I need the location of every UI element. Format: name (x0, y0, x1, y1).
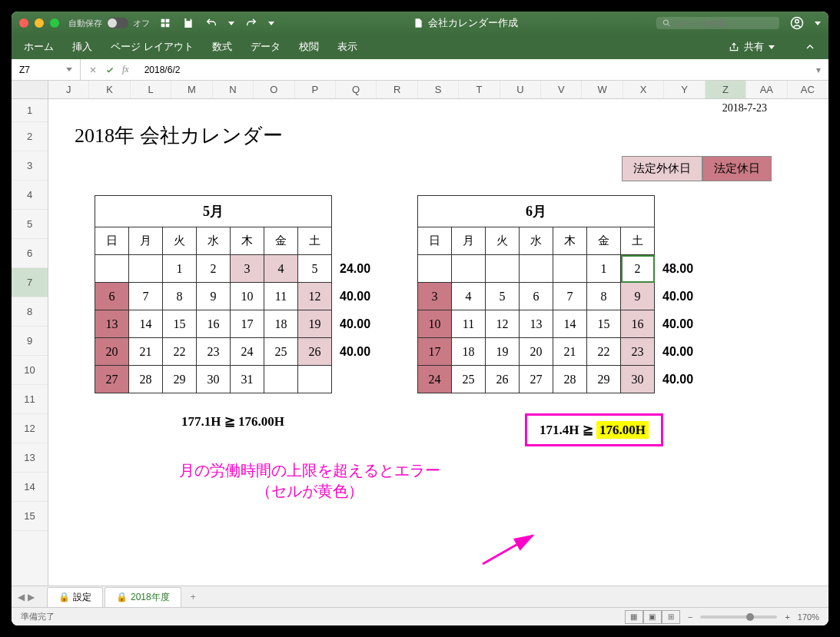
zoom-in-button[interactable]: + (785, 612, 789, 622)
row-header[interactable]: 15 (12, 502, 48, 531)
page-layout-view-icon[interactable]: ▣ (643, 610, 662, 624)
home-icon[interactable] (159, 17, 171, 29)
formula-input[interactable]: 2018/6/2 (137, 65, 808, 75)
tab-nav-prev[interactable]: ◀ (18, 592, 25, 602)
worksheet[interactable]: 2018-7-23 2018年 会社カレンダー 法定外休日 法定休日 5月日月火… (48, 99, 828, 586)
row-header[interactable]: 5 (12, 210, 48, 239)
ribbon-tab-review[interactable]: 校閲 (299, 40, 319, 54)
calendar-cell[interactable]: 19 (486, 338, 520, 366)
calendar-cell[interactable]: 10 (418, 310, 452, 338)
calendar-cell[interactable]: 29 (587, 366, 621, 393)
calendar-cell[interactable]: 3 (418, 283, 452, 310)
autosave-toggle[interactable]: 自動保存 オフ (68, 18, 150, 29)
calendar-cell[interactable]: 3 (231, 255, 264, 283)
calendar-cell[interactable]: 2 (621, 255, 655, 283)
search-box[interactable] (656, 17, 779, 29)
column-header[interactable]: Y (664, 81, 705, 98)
chevron-down-icon[interactable] (228, 22, 234, 25)
sheet-tab[interactable]: 🔒2018年度 (105, 587, 181, 607)
row-header[interactable]: 14 (12, 473, 48, 502)
confirm-icon[interactable] (105, 65, 115, 75)
row-header[interactable]: 2 (12, 122, 48, 151)
calendar-cell[interactable]: 27 (95, 366, 129, 393)
redo-icon[interactable] (245, 17, 257, 29)
column-header[interactable]: J (48, 81, 89, 98)
calendar-cell[interactable]: 19 (298, 310, 332, 338)
calendar-cell[interactable]: 16 (621, 310, 655, 338)
calendar-cell[interactable]: 4 (452, 283, 486, 310)
collapse-ribbon-icon[interactable] (804, 41, 816, 53)
calendar-cell[interactable]: 12 (486, 310, 520, 338)
row-header[interactable]: 10 (12, 356, 48, 385)
name-box[interactable]: Z7 (12, 59, 81, 80)
calendar-cell[interactable] (486, 255, 520, 283)
calendar-cell[interactable] (95, 255, 129, 283)
calendar-cell[interactable]: 23 (197, 338, 231, 366)
calendar-cell[interactable]: 26 (298, 338, 332, 366)
row-header[interactable]: 13 (12, 443, 48, 473)
column-header[interactable]: L (131, 81, 171, 98)
calendar-cell[interactable]: 2 (197, 255, 231, 283)
calendar-cell[interactable]: 28 (129, 366, 163, 393)
share-button[interactable]: 共有 (729, 40, 775, 54)
column-header[interactable]: W (582, 81, 623, 98)
calendar-cell[interactable]: 1 (587, 255, 621, 283)
normal-view-icon[interactable]: ▦ (625, 610, 643, 624)
calendar-cell[interactable]: 9 (621, 283, 655, 310)
calendar-cell[interactable]: 10 (231, 283, 264, 310)
calendar-cell[interactable]: 25 (452, 366, 486, 393)
calendar-cell[interactable]: 27 (520, 366, 553, 393)
ribbon-tab-view[interactable]: 表示 (337, 40, 357, 54)
calendar-cell[interactable]: 7 (553, 283, 587, 310)
ribbon-tab-layout[interactable]: ページ レイアウト (111, 40, 194, 54)
column-header[interactable]: AA (746, 81, 787, 98)
calendar-cell[interactable] (298, 366, 332, 393)
calendar-cell[interactable]: 18 (264, 310, 298, 338)
calendar-cell[interactable]: 1 (163, 255, 197, 283)
calendar-cell[interactable] (129, 255, 163, 283)
row-header[interactable]: 11 (12, 385, 48, 414)
row-header[interactable]: 9 (12, 327, 48, 356)
calendar-cell[interactable]: 18 (452, 338, 486, 366)
row-header[interactable]: 6 (12, 239, 48, 268)
column-header[interactable]: Z (706, 81, 746, 98)
calendar-cell[interactable]: 4 (264, 255, 298, 283)
column-header[interactable]: P (295, 81, 336, 98)
chevron-down-icon[interactable] (815, 22, 821, 25)
ribbon-tab-data[interactable]: データ (251, 40, 281, 54)
row-header[interactable]: 3 (12, 151, 48, 181)
calendar-cell[interactable] (553, 255, 587, 283)
zoom-out-button[interactable]: − (688, 612, 692, 622)
chevron-down-icon[interactable] (268, 22, 274, 25)
calendar-cell[interactable]: 9 (197, 283, 231, 310)
calendar-cell[interactable]: 26 (486, 366, 520, 393)
ribbon-tab-insert[interactable]: 挿入 (72, 40, 92, 54)
calendar-cell[interactable]: 14 (129, 310, 163, 338)
calendar-cell[interactable]: 16 (197, 310, 231, 338)
select-all-corner[interactable] (12, 81, 48, 98)
calendar-cell[interactable]: 21 (553, 338, 587, 366)
ribbon-tab-formulas[interactable]: 数式 (212, 40, 232, 54)
column-header[interactable]: R (377, 81, 417, 98)
add-sheet-button[interactable]: + (183, 589, 204, 605)
row-header[interactable]: 8 (12, 297, 48, 327)
sheet-tab[interactable]: 🔒設定 (47, 587, 103, 607)
column-header[interactable]: V (541, 81, 582, 98)
calendar-cell[interactable]: 15 (587, 310, 621, 338)
chevron-down-icon[interactable] (66, 68, 72, 71)
calendar-cell[interactable]: 11 (452, 310, 486, 338)
calendar-cell[interactable]: 25 (264, 338, 298, 366)
calendar-cell[interactable]: 8 (587, 283, 621, 310)
close-icon[interactable] (19, 18, 28, 28)
tab-nav-next[interactable]: ▶ (28, 592, 35, 602)
column-header[interactable]: S (418, 81, 459, 98)
calendar-cell[interactable]: 17 (231, 310, 264, 338)
switch-icon[interactable] (107, 18, 128, 28)
calendar-cell[interactable]: 20 (95, 338, 129, 366)
minimize-icon[interactable] (35, 18, 44, 28)
search-input[interactable] (676, 18, 773, 28)
calendar-cell[interactable]: 24 (418, 366, 452, 393)
view-buttons[interactable]: ▦ ▣ ⊞ (625, 610, 680, 624)
calendar-cell[interactable] (418, 255, 452, 283)
column-header[interactable]: K (89, 81, 130, 98)
